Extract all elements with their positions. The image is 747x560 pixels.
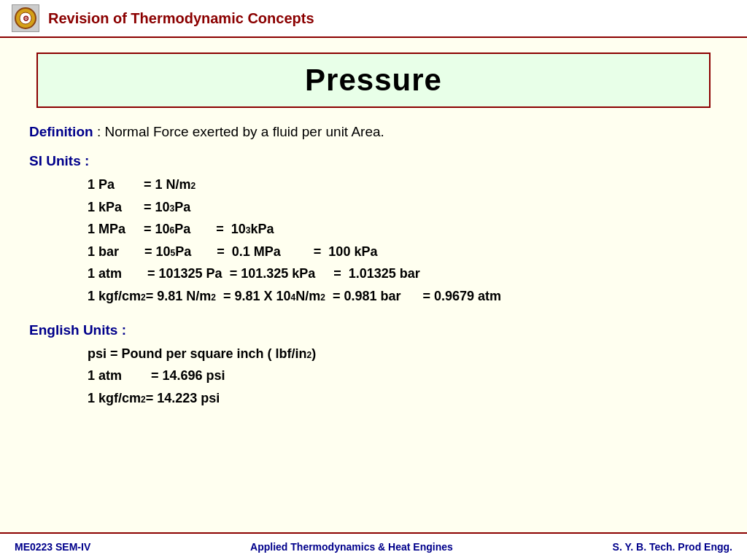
footer: ME0223 SEM-IV Applied Thermodynamics & H… [0,532,747,560]
si-row-1: 1 Pa = 1 N/m2 [88,174,718,196]
english-units-colon: : [117,322,126,338]
si-units-label: SI Units : [29,153,718,169]
main-content: Pressure Definition : Normal Force exert… [0,38,747,532]
si-row-4: 1 bar = 105 Pa = 0.1 MPa = 100 kPa [88,241,718,263]
definition-line: Definition : Normal Force exerted by a f… [29,124,718,140]
si-units-text: SI Units [29,153,81,168]
si-units-table: 1 Pa = 1 N/m2 1 kPa = 103 Pa 1 MPa = 106… [88,174,718,308]
definition-label: Definition [29,124,93,139]
svg-text:⚙: ⚙ [23,15,29,23]
english-units-label: English Units : [29,322,718,338]
logo: ⚙ [12,4,39,32]
footer-center: Applied Thermodynamics & Heat Engines [250,541,453,553]
definition-text: : Normal Force exerted by a fluid per un… [93,124,384,139]
header: ⚙ Revision of Thermodynamic Concepts [0,0,747,38]
si-row-6: 1 kgf/cm2 = 9.81 N/m2 = 9.81 X 104 N/m2 … [88,285,718,308]
si-units-colon: : [81,153,90,168]
en-row-2: 1 atm = 14.696 psi [88,365,718,387]
english-units-text: English Units [29,322,117,338]
title-box: Pressure [36,52,711,108]
si-row-5: 1 atm = 101325 Pa = 101.325 kPa = 1.0132… [88,262,718,285]
en-row-3: 1 kgf/cm2 = 14.223 psi [88,387,718,410]
header-title: Revision of Thermodynamic Concepts [48,10,314,27]
footer-right: S. Y. B. Tech. Prod Engg. [613,541,732,553]
english-units-table: psi = Pound per square inch ( lbf/in2) 1… [88,343,718,410]
footer-left: ME0223 SEM-IV [15,541,90,553]
en-row-1: psi = Pound per square inch ( lbf/in2) [88,343,718,365]
si-row-2: 1 kPa = 103 Pa [88,196,718,219]
page-title: Pressure [47,63,700,98]
si-row-3: 1 MPa = 106 Pa = 103 kPa [88,218,718,241]
